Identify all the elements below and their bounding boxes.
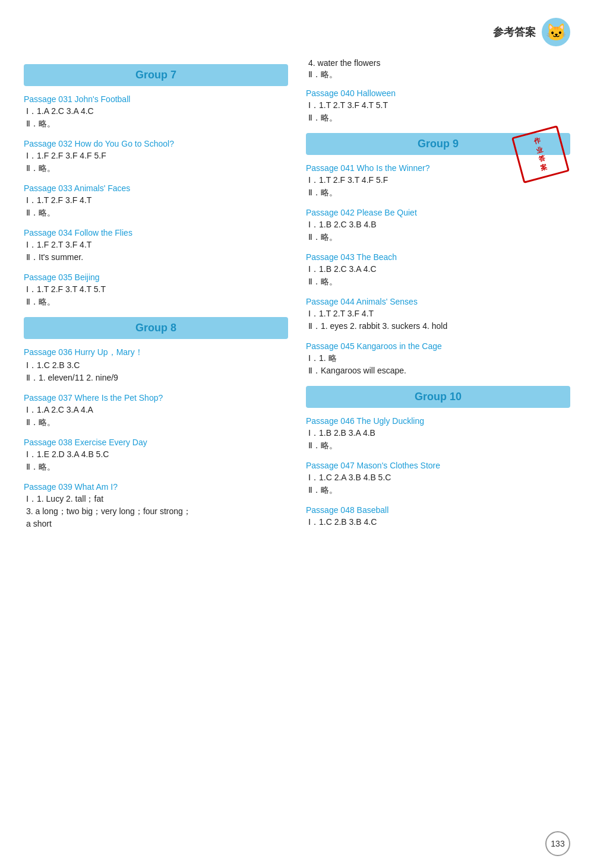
passage-045-title: Passage 045 Kangaroos in the Cage: [306, 341, 570, 351]
passage-039: Passage 039 What Am I? Ⅰ．1. Lucy 2. tall…: [24, 482, 288, 528]
passage-042-line1: Ⅰ．1.B 2.C 3.B 4.B: [308, 220, 570, 230]
passage-043: Passage 043 The Beach Ⅰ．1.B 2.C 3.A 4.C …: [306, 252, 570, 287]
passage-032-title: Passage 032 How do You Go to School?: [24, 139, 288, 148]
group7-header: Group 7: [24, 64, 288, 86]
passage-045: Passage 045 Kangaroos in the Cage Ⅰ．1. 略…: [306, 341, 570, 376]
passage-043-line2: Ⅱ．略。: [308, 277, 570, 287]
passage-038-line1: Ⅰ．1.E 2.D 3.A 4.B 5.C: [26, 449, 288, 460]
passage-047-title: Passage 047 Mason's Clothes Store: [306, 461, 570, 470]
passage-034: Passage 034 Follow the Flies Ⅰ．1.F 2.T 3…: [24, 228, 288, 263]
page-title: 参考答案: [493, 25, 536, 39]
group7-title: Group 7: [135, 69, 176, 81]
passage-043-title: Passage 043 The Beach: [306, 252, 570, 262]
passage-048: Passage 048 Baseball Ⅰ．1.C 2.B 3.B 4.C: [306, 505, 570, 528]
passage-033-title: Passage 033 Animals' Faces: [24, 183, 288, 193]
left-column: Group 7 Passage 031 John's Football Ⅰ．1.…: [24, 58, 288, 538]
passage-037-title: Passage 037 Where Is the Pet Shop?: [24, 393, 288, 403]
passage-046-line1: Ⅰ．1.B 2.B 3.A 4.B: [308, 428, 570, 439]
passage-035-title: Passage 035 Beijing: [24, 273, 288, 282]
passage-041-line2: Ⅱ．略。: [308, 188, 570, 198]
passage-046: Passage 046 The Ugly Duckling Ⅰ．1.B 2.B …: [306, 416, 570, 451]
group8-header: Group 8: [24, 317, 288, 339]
page: 参考答案 🐱 作 业 答 案 Group 7 Passage 031 John'…: [0, 0, 594, 868]
page-number: 133: [545, 831, 570, 856]
passage-032: Passage 032 How do You Go to School? Ⅰ．1…: [24, 139, 288, 174]
passage-033-line2: Ⅱ．略。: [26, 208, 288, 218]
passage-040-line1: Ⅰ．1.T 2.T 3.F 4.T 5.T: [308, 100, 570, 111]
passage-033-line1: Ⅰ．1.T 2.F 3.F 4.T: [26, 195, 288, 206]
passage-037-line2: Ⅱ．略。: [26, 417, 288, 428]
passage-042: Passage 042 Please Be Quiet Ⅰ．1.B 2.C 3.…: [306, 208, 570, 243]
passage-046-title: Passage 046 The Ugly Duckling: [306, 416, 570, 426]
passage-035-line1: Ⅰ．1.T 2.F 3.T 4.T 5.T: [26, 284, 288, 295]
passage-042-title: Passage 042 Please Be Quiet: [306, 208, 570, 217]
passage-034-line1: Ⅰ．1.F 2.T 3.F 4.T: [26, 240, 288, 251]
passage-038-title: Passage 038 Exercise Every Day: [24, 438, 288, 447]
header: 参考答案 🐱: [24, 18, 570, 46]
passage-044-line2: Ⅱ．1. eyes 2. rabbit 3. suckers 4. hold: [308, 321, 570, 332]
passage-033: Passage 033 Animals' Faces Ⅰ．1.T 2.F 3.F…: [24, 183, 288, 218]
passage-045-line1: Ⅰ．1. 略: [308, 353, 570, 364]
group10-header: Group 10: [306, 386, 570, 408]
group8-title: Group 8: [135, 322, 176, 334]
passage-047: Passage 047 Mason's Clothes Store Ⅰ．1.C …: [306, 461, 570, 496]
passage-036: Passage 036 Hurry Up，Mary！ Ⅰ．1.C 2.B 3.C…: [24, 347, 288, 384]
passage-047-line1: Ⅰ．1.C 2.A 3.B 4.B 5.C: [308, 473, 570, 483]
passage-039-line3: a short: [26, 519, 288, 528]
passage-044: Passage 044 Animals' Senses Ⅰ．1.T 2.T 3.…: [306, 297, 570, 332]
passage-031-line1: Ⅰ．1.A 2.C 3.A 4.C: [26, 106, 288, 117]
passage-035: Passage 035 Beijing Ⅰ．1.T 2.F 3.T 4.T 5.…: [24, 273, 288, 308]
passage-031-line2: Ⅱ．略。: [26, 119, 288, 129]
passage-034-title: Passage 034 Follow the Flies: [24, 228, 288, 237]
passage-038-line2: Ⅱ．略。: [26, 462, 288, 473]
avatar: 🐱: [542, 18, 570, 46]
passage-032-line2: Ⅱ．略。: [26, 163, 288, 174]
passage-034-line2: Ⅱ．It's summer.: [26, 252, 288, 263]
content-area: Group 7 Passage 031 John's Football Ⅰ．1.…: [24, 58, 570, 538]
passage-040: Passage 040 Halloween Ⅰ．1.T 2.T 3.F 4.T …: [306, 88, 570, 123]
group9-title: Group 9: [418, 138, 459, 150]
passage-042-line2: Ⅱ．略。: [308, 232, 570, 243]
passage-039-title: Passage 039 What Am I?: [24, 482, 288, 492]
passage-046-line2: Ⅱ．略。: [308, 441, 570, 451]
passage-040-title: Passage 040 Halloween: [306, 88, 570, 98]
group10-title: Group 10: [415, 391, 462, 403]
extra-line: 4. water the flowers: [308, 58, 570, 68]
right-column: 4. water the flowers Ⅱ．略。 Passage 040 Ha…: [306, 58, 570, 538]
passage-037-line1: Ⅰ．1.A 2.C 3.A 4.A: [26, 405, 288, 416]
passage-036-line2: Ⅱ．1. eleven/11 2. nine/9: [26, 373, 288, 384]
passage-031-title: Passage 031 John's Football: [24, 94, 288, 104]
passage-036-line1: Ⅰ．1.C 2.B 3.C: [26, 360, 288, 371]
passage-037: Passage 037 Where Is the Pet Shop? Ⅰ．1.A…: [24, 393, 288, 428]
passage-040-line2: Ⅱ．略。: [308, 113, 570, 123]
passage-048-title: Passage 048 Baseball: [306, 505, 570, 515]
passage-048-line1: Ⅰ．1.C 2.B 3.B 4.C: [308, 517, 570, 528]
passage-047-line2: Ⅱ．略。: [308, 485, 570, 496]
passage-039-line2: 3. a long；two big；very long；four strong；: [26, 506, 288, 517]
passage-031: Passage 031 John's Football Ⅰ．1.A 2.C 3.…: [24, 94, 288, 129]
passage-044-title: Passage 044 Animals' Senses: [306, 297, 570, 306]
passage-036-title: Passage 036 Hurry Up，Mary！: [24, 347, 288, 358]
passage-038: Passage 038 Exercise Every Day Ⅰ．1.E 2.D…: [24, 438, 288, 473]
passage-032-line1: Ⅰ．1.F 2.F 3.F 4.F 5.F: [26, 151, 288, 161]
passage-035-line2: Ⅱ．略。: [26, 297, 288, 308]
passage-043-line1: Ⅰ．1.B 2.C 3.A 4.C: [308, 264, 570, 275]
passage-045-line2: Ⅱ．Kangaroos will escape.: [308, 366, 570, 376]
passage-039-line1: Ⅰ．1. Lucy 2. tall；fat: [26, 494, 288, 505]
extra-line2: Ⅱ．略。: [308, 69, 570, 80]
passage-044-line1: Ⅰ．1.T 2.T 3.F 4.T: [308, 309, 570, 319]
